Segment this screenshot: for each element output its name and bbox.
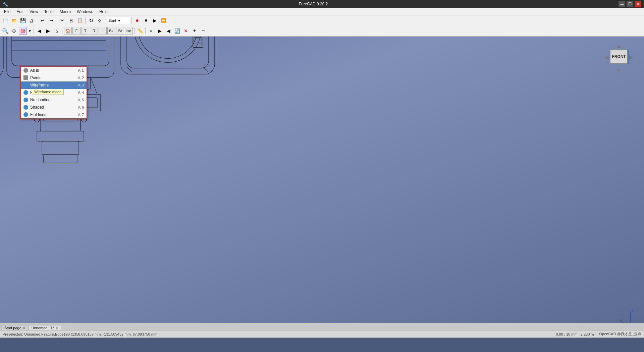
- bottom-bar: Start page ✕ Unnamed : 1* ✕ Preselected:…: [0, 323, 644, 338]
- nav-right-arrow[interactable]: ▶: [629, 54, 633, 60]
- stop-button[interactable]: ■: [142, 16, 150, 24]
- menu-windows[interactable]: Windows: [74, 9, 96, 15]
- view-iso-button[interactable]: Iso: [125, 27, 133, 35]
- nav-left-arrow[interactable]: ◀: [604, 54, 608, 60]
- zoom-all-button[interactable]: 🔍: [1, 27, 9, 35]
- preselected-text: Preselected: Unnamed.Feature.Edge190 (13…: [3, 332, 159, 336]
- titlebar-title: FreeCAD 0.20.2: [8, 2, 619, 6]
- menu-help[interactable]: Help: [97, 9, 110, 15]
- main-viewport[interactable]: ▲ ▼ ◀ ▶ FRONT Z X: [0, 37, 644, 338]
- tab-close-unnamed[interactable]: ✕: [55, 326, 58, 330]
- menu-tools[interactable]: Tools: [42, 9, 56, 15]
- toolbar-area: 📄 📂 💾 🖨 ↩ ↪ ✂ ⎘ 📋 ↻ ⊹ Start ▼ ● ■ ▶ ⏩ 🔍 …: [0, 15, 644, 37]
- view-right-button[interactable]: R: [90, 27, 98, 35]
- draw-style-button[interactable]: 🎯: [19, 27, 27, 35]
- maximize-button[interactable]: ❐: [627, 1, 633, 7]
- play-button[interactable]: ▶: [151, 16, 159, 24]
- refresh-button[interactable]: ↻: [87, 16, 95, 24]
- tab-close-start[interactable]: ✕: [23, 326, 25, 330]
- nav-cube-face[interactable]: FRONT: [610, 49, 628, 64]
- separator-1: [37, 17, 37, 24]
- svg-rect-36: [127, 37, 209, 68]
- menu-shaded[interactable]: Shaded V, 6: [21, 104, 87, 111]
- nav-down-arrow[interactable]: ▼: [616, 67, 622, 73]
- as-is-icon: [23, 68, 28, 73]
- record-button[interactable]: ●: [133, 16, 141, 24]
- titlebar-icon: 🔧: [3, 2, 8, 7]
- menu-no-shading[interactable]: No shading V, 5: [21, 96, 87, 104]
- 3d-viewport[interactable]: ▲ ▼ ◀ ▶ FRONT Z X: [0, 37, 644, 338]
- view-back-button[interactable]: Bk: [107, 27, 115, 35]
- points-icon: [23, 75, 28, 80]
- minimize-button[interactable]: —: [619, 1, 625, 7]
- paste-button[interactable]: 📋: [76, 16, 84, 24]
- opencad-info: OpenCAD @我才是_云点: [599, 332, 641, 337]
- pan-right-button[interactable]: ▶: [156, 27, 164, 35]
- menu-flat-lines[interactable]: Flat lines V, 7: [21, 111, 87, 118]
- forward-button[interactable]: ▶: [44, 27, 52, 35]
- separator-6: [34, 27, 34, 34]
- new-button[interactable]: 📄: [1, 16, 9, 24]
- svg-rect-15: [12, 37, 109, 66]
- snap-button[interactable]: ⊹: [96, 16, 104, 24]
- rotate-cw-button[interactable]: 🔄: [173, 27, 181, 35]
- toolbar-row-2: 🔍 ⊕ 🎯 ▼ ◀ ▶ ⌂ 🏠 F T R L Bk Bt Iso 📏 ● ▶ …: [0, 25, 644, 36]
- back-button[interactable]: ◀: [35, 27, 43, 35]
- pan-left-button[interactable]: ◀: [164, 27, 172, 35]
- svg-rect-31: [44, 155, 77, 163]
- redo-button[interactable]: ↪: [47, 16, 55, 24]
- close-button[interactable]: ✕: [635, 1, 641, 7]
- measure-button[interactable]: 📏: [136, 27, 144, 35]
- svg-line-49: [203, 67, 208, 72]
- menu-wireframe[interactable]: Wireframe V, 3: [21, 81, 87, 89]
- menu-file[interactable]: File: [1, 9, 13, 15]
- view-bottom-button[interactable]: Bt: [116, 27, 124, 35]
- zoom-in-button[interactable]: +: [191, 27, 199, 35]
- separator-9: [145, 27, 146, 34]
- nav-cube[interactable]: ▲ ▼ ◀ ▶ FRONT: [604, 43, 634, 73]
- zoom-out-button[interactable]: −: [199, 27, 207, 35]
- view-home-button[interactable]: 🏠: [64, 27, 72, 35]
- tab-strip: Start page ✕ Unnamed : 1* ✕: [0, 323, 644, 330]
- green-sphere-button[interactable]: ●: [147, 27, 155, 35]
- home-view-button[interactable]: ⌂: [53, 27, 61, 35]
- nav-up-arrow[interactable]: ▲: [616, 43, 622, 49]
- coord-info: 0.00 : 10 mm · 2.230 m: [556, 332, 594, 336]
- svg-rect-35: [121, 37, 215, 74]
- separator-2: [57, 17, 57, 24]
- tab-unnamed[interactable]: Unnamed : 1* ✕: [29, 325, 61, 330]
- no-shading-icon: [23, 98, 28, 102]
- svg-rect-29: [37, 131, 84, 141]
- view-left-button[interactable]: L: [99, 27, 107, 35]
- print-button[interactable]: 🖨: [28, 16, 36, 24]
- menu-view[interactable]: View: [27, 9, 41, 15]
- wireframe-tooltip: Wireframe mode: [32, 89, 64, 95]
- separator-3: [85, 17, 86, 24]
- open-button[interactable]: 📂: [10, 16, 18, 24]
- view-front-button[interactable]: F: [72, 27, 80, 35]
- menu-points[interactable]: Points V, 2: [21, 74, 87, 81]
- cut-button[interactable]: ✂: [58, 16, 66, 24]
- draw-style-dropdown[interactable]: ▼: [28, 27, 32, 35]
- toolbar-row-1: 📄 📂 💾 🖨 ↩ ↪ ✂ ⎘ 📋 ↻ ⊹ Start ▼ ● ■ ▶ ⏩: [0, 15, 644, 25]
- undo-button[interactable]: ↩: [39, 16, 47, 24]
- menu-macro[interactable]: Macro: [57, 9, 73, 15]
- status-info-bar: Preselected: Unnamed.Feature.Edge190 (13…: [0, 330, 644, 338]
- menu-edit[interactable]: Edit: [14, 9, 26, 15]
- stop-nav-button[interactable]: ✕: [182, 27, 190, 35]
- nav-cube-yaxis: [628, 49, 629, 64]
- status-right: 0.00 : 10 mm · 2.230 m OpenCAD @我才是_云点: [556, 332, 641, 337]
- titlebar-controls: — ❐ ✕: [619, 1, 641, 7]
- workbench-dropdown[interactable]: Start ▼: [107, 17, 130, 24]
- svg-rect-30: [42, 141, 79, 155]
- save-button[interactable]: 💾: [19, 16, 27, 24]
- tab-start-page[interactable]: Start page ✕: [1, 325, 29, 330]
- titlebar: 🔧 FreeCAD 0.20.2 — ❐ ✕: [0, 0, 644, 8]
- fastforward-button[interactable]: ⏩: [159, 16, 167, 24]
- view-top-button[interactable]: T: [81, 27, 89, 35]
- menu-as-is[interactable]: As is V, 1: [21, 67, 87, 74]
- shaded-icon: [23, 105, 28, 110]
- copy-button[interactable]: ⎘: [67, 16, 75, 24]
- svg-rect-0: [0, 37, 3, 77]
- zoom-sel-button[interactable]: ⊕: [10, 27, 18, 35]
